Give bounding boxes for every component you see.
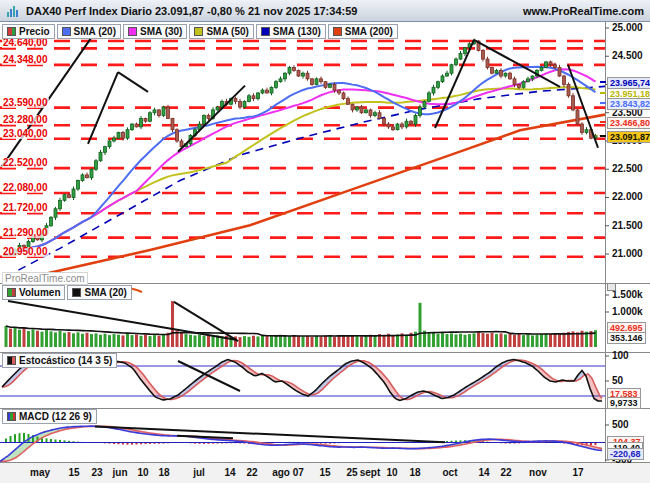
price-legend-label: SMA (200) [345, 26, 393, 37]
macd-legend-label: MACD (12 26 9) [19, 411, 92, 422]
volume-axis-tick: 1.000k [612, 307, 643, 317]
x-axis-label: 15 [68, 467, 79, 478]
price-level-label: 24.640,00 [2, 38, 49, 48]
x-axis-label: 15 [319, 467, 330, 478]
price-axis-tick: 21.000 [612, 249, 643, 259]
price-axis-tick: 25.000 [612, 23, 643, 33]
price-legend-chip[interactable]: SMA (20) [57, 24, 121, 39]
macd-axis-tick: 500 [612, 420, 629, 430]
volume-legend-swatch-icon [7, 288, 16, 297]
price-legend-swatch-icon [62, 27, 71, 36]
macd-legend-swatch-icon [7, 412, 16, 421]
price-legend-label: SMA (30) [140, 26, 182, 37]
macd-legend-chip[interactable]: MACD (12 26 9) [2, 409, 97, 424]
indicator-value-label: 23.466,80 [607, 117, 650, 129]
x-axis-label: 18 [409, 467, 420, 478]
volume-legend-chip[interactable]: SMA (20) [67, 285, 131, 300]
stochastic-legend-chip[interactable]: Estocástico (14 3 5) [2, 353, 117, 368]
stochastic-axis-tick: 50 [612, 376, 623, 386]
x-axis-label: 25 [346, 467, 357, 478]
macd-plot [0, 426, 605, 461]
x-axis-label: nov [529, 467, 547, 478]
price-legend-label: Precio [19, 26, 50, 37]
price-legend-chip[interactable]: SMA (50) [189, 24, 253, 39]
price-level-label: 21.720,00 [2, 203, 49, 213]
stochastic-legend: Estocástico (14 3 5) [2, 353, 117, 368]
price-legend-swatch-icon [128, 27, 137, 36]
price-legend: PrecioSMA (20)SMA (30)SMA (50)SMA (130)S… [2, 24, 398, 39]
x-axis-label: jun [113, 467, 128, 478]
prorealtime-window: DAX40 Perf Index Diario 23.091,87 -0,80 … [0, 0, 650, 483]
volume-value-label: 353.146 [607, 332, 646, 344]
price-level-label: 23.040,00 [2, 129, 49, 139]
x-axis-label: 10 [386, 467, 397, 478]
macd-legend: MACD (12 26 9) [2, 409, 97, 424]
x-axis-label: jul [193, 467, 205, 478]
price-legend-chip[interactable]: SMA (30) [123, 24, 187, 39]
price-legend-chip[interactable]: Precio [2, 24, 55, 39]
price-legend-swatch-icon [194, 27, 203, 36]
stochastic-value-label: 9,9733 [607, 397, 641, 409]
price-axis-tick: 22.500 [612, 164, 643, 174]
stochastic-legend-label: Estocástico (14 3 5) [19, 355, 112, 366]
x-axis-label: 10 [137, 467, 148, 478]
volume-legend-chip[interactable]: Volumen [2, 285, 65, 300]
x-axis-label: oct [443, 467, 458, 478]
volume-axis-tick: 1.500k [612, 290, 643, 300]
price-level-label: 22.080,00 [2, 183, 49, 193]
volume-legend-swatch-icon [72, 288, 81, 297]
price-legend-swatch-icon [7, 27, 16, 36]
volume-legend: VolumenSMA (20) [2, 285, 132, 300]
price-level-label: 24.348,00 [2, 55, 49, 65]
price-legend-label: SMA (20) [74, 26, 116, 37]
price-axis-tick: 21.500 [612, 221, 643, 231]
price-legend-label: SMA (50) [206, 26, 248, 37]
sma-lines [6, 67, 605, 277]
x-axis-label: 18 [158, 467, 169, 478]
price-level-label: 20.950,00 [2, 247, 49, 257]
stochastic-legend-swatch-icon [7, 356, 16, 365]
x-axis-label: 17 [572, 467, 583, 478]
pane-menu-icon[interactable] [607, 283, 616, 291]
x-axis-label: 22 [246, 467, 257, 478]
price-legend-swatch-icon [261, 27, 270, 36]
price-level-label: 23.590,00 [2, 98, 49, 108]
price-axis-tick: 22.000 [612, 192, 643, 202]
price-level-label: 21.290,00 [2, 228, 49, 238]
price-level-label: 23.280,00 [2, 115, 49, 125]
x-axis-label: ago 07 [272, 467, 304, 478]
price-legend-chip[interactable]: SMA (130) [256, 24, 326, 39]
macd-value-label: -220,68 [607, 448, 644, 460]
price-level-label: 22.520,00 [2, 158, 49, 168]
price-legend-chip[interactable]: SMA (200) [328, 24, 398, 39]
candlestick-series [5, 39, 598, 258]
stochastic-axis-tick: 100 [612, 351, 629, 361]
x-axis-label: 14 [478, 467, 489, 478]
price-legend-label: SMA (130) [273, 26, 321, 37]
volume-legend-label: Volumen [19, 287, 60, 298]
x-axis-label: may [30, 467, 50, 478]
x-axis-label: 23 [91, 467, 102, 478]
x-axis-label: sept [360, 467, 381, 478]
chart-watermark: ProRealTime.com [2, 272, 88, 285]
x-axis-label: 22 [500, 467, 511, 478]
price-legend-swatch-icon [333, 27, 342, 36]
volume-legend-label: SMA (20) [84, 287, 126, 298]
indicator-value-label: 23.091,87 [607, 131, 650, 143]
price-axis-tick: 24.500 [612, 51, 643, 61]
chart-canvas[interactable] [0, 0, 650, 483]
x-axis-label: 14 [224, 467, 235, 478]
indicator-value-label: 23.843,82 [607, 98, 650, 110]
